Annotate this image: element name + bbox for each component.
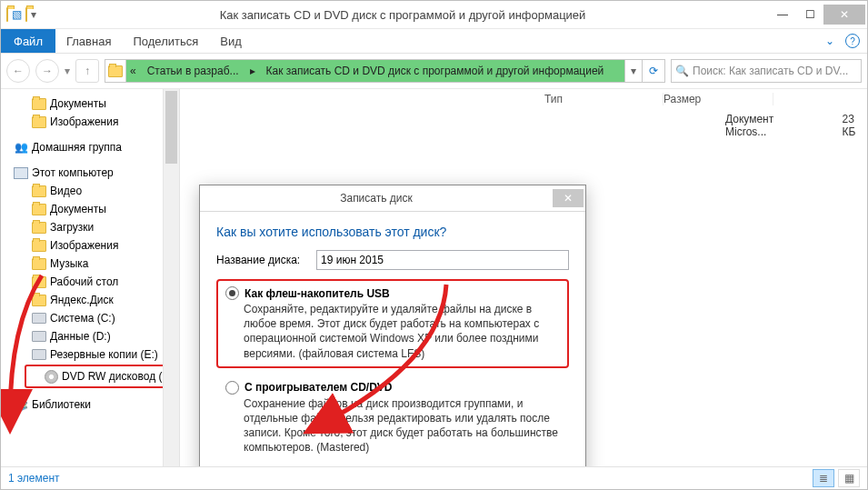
search-icon: 🔍 [675,65,689,77]
tree-downloads[interactable]: Загрузки [6,218,179,236]
dialog-heading: Как вы хотите использовать этот диск? [216,225,569,239]
sidebar-scrollbar[interactable] [163,89,179,466]
tab-home[interactable]: Главная [55,29,122,53]
back-button[interactable]: ← [6,59,30,83]
tree-documents2[interactable]: Документы [6,200,179,218]
homegroup-icon: 👥 [14,140,28,155]
file-size: 23 КБ [843,113,867,138]
app-icon [6,8,8,21]
tab-view[interactable]: Вид [209,29,253,53]
addr-folder-icon[interactable] [105,60,126,82]
explorer-window: ▧ ▾ Как записать CD и DVD диск с програм… [0,0,868,490]
refresh-button[interactable]: ⟳ [642,60,664,82]
addr-chevron-icon: ▸ [246,60,259,82]
tree-desktop[interactable]: Рабочий стол [6,273,179,291]
disc-name-input[interactable] [316,250,569,270]
libraries-icon: 📚 [14,397,28,412]
burn-disc-dialog: Записать диск ✕ Как вы хотите использова… [199,185,586,466]
tab-share[interactable]: Поделиться [122,29,209,53]
radio-cddvd[interactable] [225,381,239,395]
tree-backup-e[interactable]: Резервные копии (E:) [6,345,179,364]
tree-libraries[interactable]: 📚Библиотеки [6,395,179,414]
qat-properties-icon[interactable]: ▧ [12,8,22,21]
search-placeholder: Поиск: Как записать CD и DV... [693,65,848,77]
status-count: 1 элемент [8,472,60,485]
search-input[interactable]: 🔍 Поиск: Как записать CD и DV... [671,59,862,83]
file-tab[interactable]: Файл [1,29,55,53]
statusbar: 1 элемент ≣ ▦ [1,466,867,489]
tree-homegroup[interactable]: 👥Домашняя группа [6,138,179,156]
nav-tree: Документы Изображения 👥Домашняя группа Э… [1,89,180,466]
addr-seg-2[interactable]: Как записать CD и DVD диск с программой … [259,60,624,82]
view-large-button[interactable]: ▦ [838,469,860,487]
ribbon-tabs: Файл Главная Поделиться Вид ⌄ ? [1,29,867,54]
tree-images[interactable]: Изображения [6,113,179,131]
dialog-title: Записать диск [200,192,553,205]
column-headers[interactable]: Тип Размер [180,89,867,109]
minimize-button[interactable]: — [769,5,796,25]
tree-data-d[interactable]: Данные (D:) [6,327,179,345]
tree-yadisk[interactable]: Яндекс.Диск [6,291,179,309]
view-details-button[interactable]: ≣ [813,469,834,487]
file-row[interactable]: Документ Micros... 23 КБ [725,113,867,138]
up-button[interactable]: ↑ [75,59,99,83]
addr-seg-1[interactable]: Статьи в разраб... [140,60,246,82]
ribbon-expand-icon[interactable]: ⌄ [825,35,834,47]
tree-system-c[interactable]: Система (C:) [6,309,179,327]
col-type[interactable]: Тип [544,93,663,105]
tree-images2[interactable]: Изображения [6,236,179,255]
col-size[interactable]: Размер [663,93,773,105]
tree-video[interactable]: Видео [6,182,179,200]
forward-button[interactable]: → [35,59,59,83]
dialog-titlebar[interactable]: Записать диск ✕ [200,185,585,212]
window-title: Как записать CD и DVD диск с программой … [36,8,769,22]
tree-thispc[interactable]: Этот компьютер [6,164,179,182]
recent-drop-icon[interactable]: ▾ [65,65,70,77]
maximize-button[interactable]: ☐ [796,5,823,25]
addr-root-chevron-icon[interactable]: « [126,60,140,82]
navbar: ← → ▾ ↑ « Статьи в разраб... ▸ Как запис… [1,54,867,89]
address-bar[interactable]: « Статьи в разраб... ▸ Как записать CD и… [105,59,665,83]
tree-music[interactable]: Музыка [6,255,179,273]
titlebar: ▧ ▾ Как записать CD и DVD диск с програм… [1,1,867,29]
dialog-close-button[interactable]: ✕ [553,189,584,207]
option-usb-like[interactable]: Как флеш-накопитель USB Сохраняйте, реда… [216,279,569,368]
disc-name-label: Название диска: [216,254,316,266]
addr-history-icon[interactable]: ▾ [624,60,642,82]
option-usb-desc: Сохраняйте, редактируйте и удаляйте файл… [244,302,560,361]
option-cddvd-player[interactable]: С проигрывателем CD/DVD Сохранение файло… [216,374,569,463]
tree-dvdrw-f[interactable]: DVD RW дисковод (F:) [25,365,174,388]
close-button[interactable]: ✕ [823,5,865,25]
tree-documents[interactable]: Документы [6,95,179,113]
option-cddvd-desc: Сохранение файлов на диск производится г… [244,396,560,455]
help-icon[interactable]: ? [845,34,860,48]
file-type: Документ Micros... [725,113,806,138]
disc-icon [45,369,58,384]
pc-icon [14,165,28,180]
radio-usb-like[interactable] [225,286,239,300]
qat-newfolder-icon[interactable] [25,8,27,21]
